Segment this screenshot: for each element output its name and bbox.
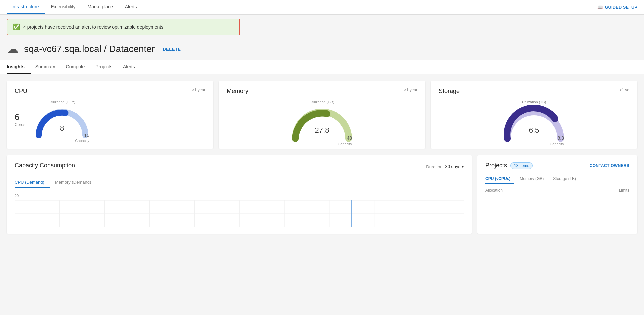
cpu-cores-label: Cores xyxy=(15,122,25,127)
nav-item-alerts[interactable]: Alerts xyxy=(119,0,143,14)
page-tabs: Insights Summary Compute Projects Alerts xyxy=(0,60,644,74)
cpu-gauge-value: 8 xyxy=(60,124,64,133)
col-limits: Limits xyxy=(557,188,629,193)
tab-projects[interactable]: Projects xyxy=(95,60,119,74)
contact-owners-button[interactable]: CONTACT OWNERS xyxy=(590,163,629,168)
bottom-row: Capacity Consumption Duration 30 days ▾ … xyxy=(7,155,637,234)
projects-columns: Allocation Limits xyxy=(485,188,629,193)
storage-capacity-label: Capacity xyxy=(550,142,564,146)
cpu-title: CPU xyxy=(15,88,27,95)
capacity-chart-area: 20 xyxy=(15,194,464,227)
cpu-utilization-label: Utilization (GHz) xyxy=(32,100,92,104)
cap-tab-memory-demand[interactable]: Memory (Demand) xyxy=(55,177,96,188)
capacity-consumption-card: Capacity Consumption Duration 30 days ▾ … xyxy=(7,155,472,234)
cpu-card: CPU >1 year 6 Cores Utilization (GHz) xyxy=(7,81,213,149)
memory-capacity-value: 48 xyxy=(347,135,352,141)
cpu-capacity-label: Capacity xyxy=(75,139,89,143)
delete-button[interactable]: DELETE xyxy=(160,45,183,53)
alert-message: 4 projects have received an alert to rev… xyxy=(23,24,165,30)
duration-selector: Duration 30 days ▾ xyxy=(426,164,464,170)
projects-items-badge: 13 items xyxy=(510,162,533,169)
check-icon: ✅ xyxy=(13,23,20,31)
cpu-gauge-svg xyxy=(32,105,92,139)
cap-tab-cpu-demand[interactable]: CPU (Demand) xyxy=(15,177,50,188)
memory-capacity-label: Capacity xyxy=(338,142,352,146)
capacity-consumption-title: Capacity Consumption xyxy=(15,162,75,169)
chevron-down-icon: ▾ xyxy=(462,164,464,169)
book-icon: 📖 xyxy=(597,5,603,10)
storage-card: Storage >1 ye Utilization (TB) 6.5 8.3 C… xyxy=(431,81,637,149)
top-navigation: nfrastructure Extensibility Marketplace … xyxy=(0,0,644,15)
nav-item-infrastructure[interactable]: nfrastructure xyxy=(7,0,45,14)
projects-card: Projects 13 items CONTACT OWNERS CPU (vC… xyxy=(477,155,637,234)
main-content: CPU >1 year 6 Cores Utilization (GHz) xyxy=(0,74,644,240)
cpu-period: >1 year xyxy=(192,88,205,92)
memory-card: Memory >1 year Utilization (GB) 27.8 48 … xyxy=(219,81,425,149)
proj-tab-cpu[interactable]: CPU (vCPUs) xyxy=(485,174,514,184)
memory-gauge: Utilization (GB) 27.8 48 Capacity xyxy=(289,100,355,142)
cpu-capacity-value: 15 xyxy=(84,133,89,138)
proj-tab-storage[interactable]: Storage (TB) xyxy=(553,174,580,184)
storage-period: >1 ye xyxy=(619,88,629,92)
projects-sub-tabs: CPU (vCPUs) Memory (GB) Storage (TB) xyxy=(485,174,629,184)
duration-dropdown[interactable]: 30 days ▾ xyxy=(445,164,464,170)
guided-setup-button[interactable]: 📖 GUIDED SETUP xyxy=(597,5,637,10)
page-title: sqa-vc67.sqa.local / Datacenter xyxy=(24,44,155,54)
duration-value: 30 days xyxy=(445,164,460,169)
alert-banner: ✅ 4 projects have received an alert to r… xyxy=(7,19,240,35)
chart-y-label: 20 xyxy=(15,194,19,198)
storage-capacity-value: 8.3 xyxy=(558,135,564,141)
memory-utilization-label: Utilization (GB) xyxy=(289,100,355,104)
proj-tab-memory[interactable]: Memory (GB) xyxy=(520,174,548,184)
storage-gauge: Utilization (TB) 6.5 8.3 Capacity xyxy=(501,100,567,142)
capacity-chart-svg xyxy=(15,200,464,227)
tab-compute[interactable]: Compute xyxy=(66,60,92,74)
memory-title: Memory xyxy=(227,88,248,95)
cpu-cores-value: 6 xyxy=(15,112,19,122)
cpu-gauge: Utilization (GHz) 8 15 Capacity xyxy=(32,100,92,139)
memory-period: >1 year xyxy=(404,88,417,92)
storage-title: Storage xyxy=(439,88,460,95)
nav-item-extensibility[interactable]: Extensibility xyxy=(45,0,82,14)
duration-label: Duration xyxy=(426,164,442,169)
storage-utilization-label: Utilization (TB) xyxy=(501,100,567,104)
page-header: ☁ sqa-vc67.sqa.local / Datacenter DELETE xyxy=(0,39,644,56)
memory-gauge-value: 27.8 xyxy=(315,126,329,135)
tab-summary[interactable]: Summary xyxy=(35,60,62,74)
datacenter-icon: ☁ xyxy=(7,42,19,56)
nav-item-marketplace[interactable]: Marketplace xyxy=(82,0,119,14)
tab-insights[interactable]: Insights xyxy=(7,60,31,74)
nav-items: nfrastructure Extensibility Marketplace … xyxy=(7,0,143,14)
tab-alerts[interactable]: Alerts xyxy=(123,60,142,74)
metrics-row: CPU >1 year 6 Cores Utilization (GHz) xyxy=(7,81,637,149)
projects-title: Projects xyxy=(485,162,507,169)
storage-gauge-value: 6.5 xyxy=(529,126,539,135)
capacity-tabs: CPU (Demand) Memory (Demand) xyxy=(15,177,464,188)
memory-gauge-svg xyxy=(289,105,355,142)
col-allocation: Allocation xyxy=(485,188,557,193)
